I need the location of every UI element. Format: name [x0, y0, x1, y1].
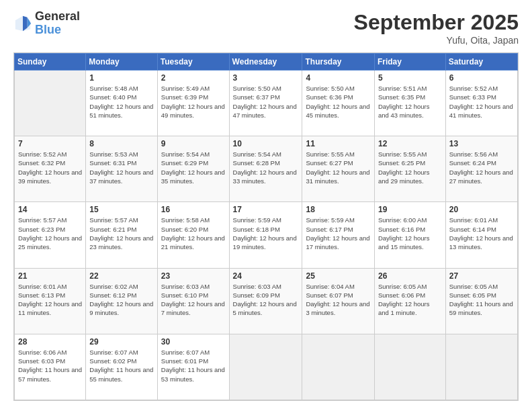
day-number: 12: [378, 139, 442, 148]
logo-blue: Blue: [35, 24, 80, 37]
day-number: 15: [89, 205, 154, 214]
logo-text: General Blue: [35, 10, 80, 37]
day-cell: 9Sunrise: 5:54 AM Sunset: 6:29 PM Daylig…: [157, 136, 229, 202]
day-number: 14: [18, 205, 82, 214]
day-number: 16: [161, 205, 226, 214]
day-cell: [229, 334, 302, 400]
day-info: Sunrise: 6:00 AM Sunset: 6:16 PM Dayligh…: [378, 216, 442, 251]
day-info: Sunrise: 5:59 AM Sunset: 6:18 PM Dayligh…: [233, 216, 299, 251]
day-info: Sunrise: 6:07 AM Sunset: 6:02 PM Dayligh…: [89, 348, 154, 383]
logo-icon: [13, 14, 32, 33]
week-row-1: 1Sunrise: 5:48 AM Sunset: 6:40 PM Daylig…: [15, 71, 518, 136]
weekday-header-sunday: Sunday: [15, 54, 86, 71]
day-info: Sunrise: 6:05 AM Sunset: 6:06 PM Dayligh…: [378, 282, 442, 318]
day-cell: 19Sunrise: 6:00 AM Sunset: 6:16 PM Dayli…: [374, 202, 445, 268]
day-number: 20: [449, 205, 514, 214]
day-cell: 22Sunrise: 6:02 AM Sunset: 6:12 PM Dayli…: [86, 268, 158, 334]
week-row-5: 28Sunrise: 6:06 AM Sunset: 6:03 PM Dayli…: [15, 334, 518, 400]
day-cell: 16Sunrise: 5:58 AM Sunset: 6:20 PM Dayli…: [157, 202, 229, 268]
day-info: Sunrise: 5:59 AM Sunset: 6:17 PM Dayligh…: [306, 216, 370, 251]
day-info: Sunrise: 6:05 AM Sunset: 6:05 PM Dayligh…: [449, 282, 514, 318]
calendar: SundayMondayTuesdayWednesdayThursdayFrid…: [13, 52, 519, 401]
day-number: 22: [89, 271, 154, 281]
day-number: 4: [306, 73, 370, 83]
day-cell: 14Sunrise: 5:57 AM Sunset: 6:23 PM Dayli…: [15, 202, 86, 268]
day-cell: 15Sunrise: 5:57 AM Sunset: 6:21 PM Dayli…: [86, 202, 158, 268]
day-info: Sunrise: 5:57 AM Sunset: 6:23 PM Dayligh…: [18, 216, 82, 251]
day-info: Sunrise: 5:56 AM Sunset: 6:24 PM Dayligh…: [449, 150, 514, 185]
weekday-header-thursday: Thursday: [302, 54, 374, 71]
week-row-3: 14Sunrise: 5:57 AM Sunset: 6:23 PM Dayli…: [15, 202, 518, 268]
day-info: Sunrise: 5:55 AM Sunset: 6:25 PM Dayligh…: [378, 150, 442, 185]
day-info: Sunrise: 5:57 AM Sunset: 6:21 PM Dayligh…: [89, 216, 154, 251]
month-title: September 2025: [354, 10, 519, 35]
day-cell: 20Sunrise: 6:01 AM Sunset: 6:14 PM Dayli…: [445, 202, 517, 268]
day-number: 3: [233, 73, 299, 83]
day-info: Sunrise: 5:58 AM Sunset: 6:20 PM Dayligh…: [161, 216, 226, 251]
day-info: Sunrise: 5:52 AM Sunset: 6:32 PM Dayligh…: [18, 150, 82, 185]
day-cell: 28Sunrise: 6:06 AM Sunset: 6:03 PM Dayli…: [15, 334, 86, 400]
day-cell: 17Sunrise: 5:59 AM Sunset: 6:18 PM Dayli…: [229, 202, 302, 268]
day-info: Sunrise: 5:52 AM Sunset: 6:33 PM Dayligh…: [449, 84, 514, 120]
day-number: 23: [161, 271, 226, 281]
day-number: 26: [378, 271, 442, 281]
day-info: Sunrise: 5:54 AM Sunset: 6:28 PM Dayligh…: [233, 150, 299, 185]
day-cell: 4Sunrise: 5:50 AM Sunset: 6:36 PM Daylig…: [302, 71, 374, 136]
day-cell: 24Sunrise: 6:03 AM Sunset: 6:09 PM Dayli…: [229, 268, 302, 334]
day-number: 19: [378, 205, 442, 214]
location: Yufu, Oita, Japan: [354, 35, 519, 46]
day-cell: 27Sunrise: 6:05 AM Sunset: 6:05 PM Dayli…: [445, 268, 517, 334]
week-row-4: 21Sunrise: 6:01 AM Sunset: 6:13 PM Dayli…: [15, 268, 518, 334]
day-info: Sunrise: 5:55 AM Sunset: 6:27 PM Dayligh…: [306, 150, 370, 185]
day-cell: 25Sunrise: 6:04 AM Sunset: 6:07 PM Dayli…: [302, 268, 374, 334]
weekday-header-saturday: Saturday: [445, 54, 517, 71]
day-number: 18: [306, 205, 370, 214]
day-info: Sunrise: 6:02 AM Sunset: 6:12 PM Dayligh…: [89, 282, 154, 318]
day-info: Sunrise: 6:03 AM Sunset: 6:10 PM Dayligh…: [161, 282, 226, 318]
day-cell: 29Sunrise: 6:07 AM Sunset: 6:02 PM Dayli…: [86, 334, 158, 400]
day-cell: 2Sunrise: 5:49 AM Sunset: 6:39 PM Daylig…: [157, 71, 229, 136]
day-cell: 23Sunrise: 6:03 AM Sunset: 6:10 PM Dayli…: [157, 268, 229, 334]
week-row-2: 7Sunrise: 5:52 AM Sunset: 6:32 PM Daylig…: [15, 136, 518, 202]
day-info: Sunrise: 5:53 AM Sunset: 6:31 PM Dayligh…: [89, 150, 154, 185]
day-info: Sunrise: 5:50 AM Sunset: 6:37 PM Dayligh…: [233, 84, 299, 120]
day-number: 24: [233, 271, 299, 281]
day-cell: 1Sunrise: 5:48 AM Sunset: 6:40 PM Daylig…: [86, 71, 158, 136]
day-number: 2: [161, 73, 226, 83]
day-cell: 12Sunrise: 5:55 AM Sunset: 6:25 PM Dayli…: [374, 136, 445, 202]
day-info: Sunrise: 6:04 AM Sunset: 6:07 PM Dayligh…: [306, 282, 370, 318]
day-number: 30: [161, 337, 226, 347]
day-cell: 13Sunrise: 5:56 AM Sunset: 6:24 PM Dayli…: [445, 136, 517, 202]
day-cell: [445, 334, 517, 400]
day-number: 17: [233, 205, 299, 214]
day-number: 1: [89, 73, 154, 83]
day-number: 11: [306, 139, 370, 148]
day-cell: 6Sunrise: 5:52 AM Sunset: 6:33 PM Daylig…: [445, 71, 517, 136]
day-info: Sunrise: 5:49 AM Sunset: 6:39 PM Dayligh…: [161, 84, 226, 120]
day-number: 6: [449, 73, 514, 83]
day-number: 7: [18, 139, 82, 148]
day-cell: 30Sunrise: 6:07 AM Sunset: 6:01 PM Dayli…: [157, 334, 229, 400]
day-cell: [15, 71, 86, 136]
day-info: Sunrise: 5:51 AM Sunset: 6:35 PM Dayligh…: [378, 84, 442, 120]
day-number: 8: [89, 139, 154, 148]
day-info: Sunrise: 6:06 AM Sunset: 6:03 PM Dayligh…: [18, 348, 82, 383]
day-info: Sunrise: 6:03 AM Sunset: 6:09 PM Dayligh…: [233, 282, 299, 318]
day-info: Sunrise: 5:48 AM Sunset: 6:40 PM Dayligh…: [89, 84, 154, 120]
day-cell: 10Sunrise: 5:54 AM Sunset: 6:28 PM Dayli…: [229, 136, 302, 202]
day-cell: 26Sunrise: 6:05 AM Sunset: 6:06 PM Dayli…: [374, 268, 445, 334]
day-info: Sunrise: 6:01 AM Sunset: 6:14 PM Dayligh…: [449, 216, 514, 251]
day-number: 10: [233, 139, 299, 148]
day-info: Sunrise: 5:50 AM Sunset: 6:36 PM Dayligh…: [306, 84, 370, 120]
title-block: September 2025 Yufu, Oita, Japan: [354, 10, 519, 46]
logo-general: General: [35, 10, 80, 24]
day-info: Sunrise: 6:07 AM Sunset: 6:01 PM Dayligh…: [161, 348, 226, 383]
day-cell: 11Sunrise: 5:55 AM Sunset: 6:27 PM Dayli…: [302, 136, 374, 202]
logo: General Blue: [13, 10, 80, 37]
day-number: 21: [18, 271, 82, 281]
day-number: 5: [378, 73, 442, 83]
weekday-header-monday: Monday: [86, 54, 158, 71]
weekday-header-row: SundayMondayTuesdayWednesdayThursdayFrid…: [15, 54, 518, 71]
day-cell: 8Sunrise: 5:53 AM Sunset: 6:31 PM Daylig…: [86, 136, 158, 202]
day-number: 9: [161, 139, 226, 148]
